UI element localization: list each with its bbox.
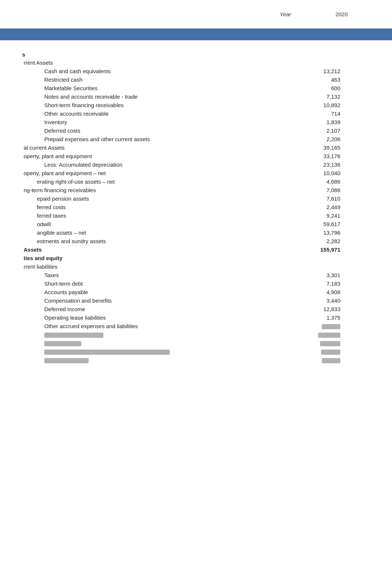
- row-value: 13,796: [278, 228, 363, 237]
- table-row: Taxes3,301: [22, 271, 362, 279]
- row-value: 600: [278, 84, 363, 92]
- redacted-value: [278, 339, 363, 347]
- row-label: ferred taxes: [22, 211, 278, 220]
- table-row: Operating lease liabilities1,375: [22, 313, 362, 322]
- row-label: Short-term debt: [22, 279, 278, 288]
- table-row: [22, 330, 362, 339]
- row-value: [278, 262, 363, 271]
- row-value: 4,686: [278, 177, 363, 186]
- row-value: 7,086: [278, 186, 363, 194]
- table-row: ng-term financing receivables7,086: [22, 186, 362, 194]
- redacted-label: [22, 356, 278, 364]
- redacted-label: [22, 330, 278, 339]
- row-label: ties and equity: [22, 254, 278, 262]
- table-row: Notes and accounts receivable - trade7,1…: [22, 92, 362, 101]
- row-label: rrent liabilities: [22, 262, 278, 271]
- table-row: ferred taxes9,241: [22, 211, 362, 220]
- table-row: estments and sundry assets2,282: [22, 237, 362, 245]
- row-value: 2,282: [278, 237, 363, 245]
- table-row: Deferred costs2,107: [22, 126, 362, 135]
- balance-sheet-table: rrent AssetsCash and cash equivalents13,…: [22, 58, 362, 364]
- table-row: Less: Accumulated depreciation23,136: [22, 160, 362, 169]
- section-s-label: s: [22, 51, 362, 58]
- table-row: rrent liabilities: [22, 262, 362, 271]
- table-row: Prepaid expenses and other current asset…: [22, 135, 362, 143]
- row-value: 7,610: [278, 194, 363, 203]
- row-label: Cash and cash equivalents: [22, 67, 278, 75]
- table-row: epaid pension assets7,610: [22, 194, 362, 203]
- row-label: angible assets – net: [22, 228, 278, 237]
- row-value: 7,183: [278, 279, 363, 288]
- table-row: odwill59,617: [22, 220, 362, 228]
- table-row: al current Assets39,165: [22, 143, 362, 152]
- redacted-value: [278, 347, 363, 356]
- row-label: al current Assets: [22, 143, 278, 152]
- row-label: estments and sundry assets: [22, 237, 278, 245]
- table-row: Other accrued expenses and liabilities: [22, 322, 362, 330]
- blue-bar: [0, 28, 392, 40]
- row-value: 1,375: [278, 313, 363, 322]
- row-label: Taxes: [22, 271, 278, 279]
- table-row: Assets155,971: [22, 245, 362, 254]
- row-value: 2,206: [278, 135, 363, 143]
- redacted-value: [278, 330, 363, 339]
- row-label: Prepaid expenses and other current asset…: [22, 135, 278, 143]
- row-value: 4,908: [278, 288, 363, 296]
- row-label: odwill: [22, 220, 278, 228]
- table-row: Cash and cash equivalents13,212: [22, 67, 362, 75]
- header-row: Year 2020: [0, 0, 392, 21]
- table-row: ties and equity: [22, 254, 362, 262]
- redacted-label: [22, 347, 278, 356]
- table-row: [22, 347, 362, 356]
- row-value: 3,301: [278, 271, 363, 279]
- row-value: 10,040: [278, 169, 363, 177]
- table-row: angible assets – net13,796: [22, 228, 362, 237]
- row-value: 9,241: [278, 211, 363, 220]
- row-value: 2,107: [278, 126, 363, 135]
- table-row: rrent Assets: [22, 58, 362, 67]
- row-value: 59,617: [278, 220, 363, 228]
- row-value: 12,833: [278, 305, 363, 313]
- page-container: Year 2020 s rrent AssetsCash and cash eq…: [0, 0, 392, 379]
- row-label: erating right-of-use assets – net: [22, 177, 278, 186]
- row-label: Accounts payable: [22, 288, 278, 296]
- year-label: Year: [280, 11, 291, 17]
- row-label: Marketable Securities: [22, 84, 278, 92]
- row-label: Inventory: [22, 118, 278, 126]
- table-row: Short-term financing receivables10,892: [22, 101, 362, 109]
- table-row: [22, 339, 362, 347]
- row-label: Deferred costs: [22, 126, 278, 135]
- row-label: ferred costs: [22, 203, 278, 211]
- row-label: epaid pension assets: [22, 194, 278, 203]
- row-label: Other accrued expenses and liabilities: [22, 322, 278, 330]
- row-value: 7,132: [278, 92, 363, 101]
- table-row: Marketable Securities600: [22, 84, 362, 92]
- table-row: Deferred income12,833: [22, 305, 362, 313]
- content-area: s rrent AssetsCash and cash equivalents1…: [0, 40, 392, 379]
- row-label: Deferred income: [22, 305, 278, 313]
- row-label: operty, plant and equipment: [22, 152, 278, 160]
- row-value: 33,176: [278, 152, 363, 160]
- table-row: Other accounts receivable714: [22, 109, 362, 118]
- table-row: Inventory1,839: [22, 118, 362, 126]
- table-row: operty, plant and equipment33,176: [22, 152, 362, 160]
- redacted-label: [22, 339, 278, 347]
- row-value: 1,839: [278, 118, 363, 126]
- row-label: Less: Accumulated depreciation: [22, 160, 278, 169]
- row-value: 10,892: [278, 101, 363, 109]
- row-value: [278, 254, 363, 262]
- row-value: 39,165: [278, 143, 363, 152]
- row-value: [278, 58, 363, 67]
- table-row: erating right-of-use assets – net4,686: [22, 177, 362, 186]
- row-value: 714: [278, 109, 363, 118]
- row-value: 23,136: [278, 160, 363, 169]
- row-label: Restricted cash: [22, 75, 278, 84]
- table-row: operty, plant and equipment – net10,040: [22, 169, 362, 177]
- row-value: 3,440: [278, 296, 363, 305]
- row-label: Other accounts receivable: [22, 109, 278, 118]
- row-value: 13,212: [278, 67, 363, 75]
- redacted-value: [278, 356, 363, 364]
- row-label: Notes and accounts receivable - trade: [22, 92, 278, 101]
- row-label: Operating lease liabilities: [22, 313, 278, 322]
- year-value: 2020: [336, 11, 348, 17]
